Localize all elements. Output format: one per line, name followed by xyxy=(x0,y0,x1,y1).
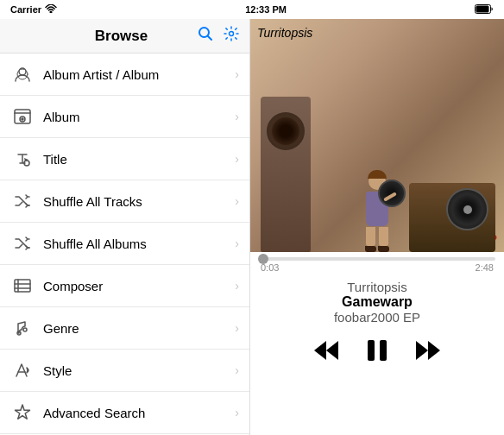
svg-point-5 xyxy=(230,32,234,36)
track-title: Gamewarp xyxy=(334,294,420,310)
style-icon xyxy=(10,358,35,382)
svg-rect-13 xyxy=(15,280,30,292)
menu-item-shuffle-tracks[interactable]: Shuffle All Tracks › xyxy=(0,180,249,223)
composer-label: Composer xyxy=(43,279,235,293)
composer-icon xyxy=(10,274,35,298)
progress-section: 0:03 2:48 xyxy=(250,252,504,274)
time-total: 2:48 xyxy=(476,262,494,273)
album-artist-icon xyxy=(10,62,35,86)
menu-item-title[interactable]: Title › xyxy=(0,138,249,180)
chevron-icon-1: › xyxy=(235,110,239,123)
time-row: 0:03 2:48 xyxy=(259,262,495,273)
main-content: Browse xyxy=(0,19,504,435)
rewind-button[interactable] xyxy=(312,339,340,362)
svg-line-4 xyxy=(208,36,211,40)
search-icon[interactable] xyxy=(198,26,213,46)
chevron-icon-2: › xyxy=(235,152,239,166)
menu-item-style[interactable]: Style › xyxy=(0,350,249,392)
advanced-search-label: Advanced Search xyxy=(43,406,235,420)
title-icon xyxy=(10,147,35,171)
track-album: foobar2000 EP xyxy=(334,310,420,325)
track-artist: Turritopsis xyxy=(334,280,420,294)
svg-marker-22 xyxy=(326,341,338,360)
browse-title: Browse xyxy=(45,28,198,45)
svg-marker-26 xyxy=(428,341,440,360)
album-icon xyxy=(10,104,35,129)
settings-icon[interactable] xyxy=(224,26,239,46)
wifi-icon xyxy=(45,4,57,15)
play-pause-button[interactable] xyxy=(366,338,388,362)
svg-point-0 xyxy=(50,11,52,13)
title-label: Title xyxy=(43,152,235,167)
album-art: Turritopsis foobar2000 EP xyxy=(250,19,504,252)
svg-point-18 xyxy=(23,328,27,331)
menu-item-shuffle-albums[interactable]: Shuffle All Albums › xyxy=(0,223,249,265)
battery-icon xyxy=(475,4,494,16)
svg-rect-24 xyxy=(380,340,387,361)
progress-thumb[interactable] xyxy=(258,254,268,264)
menu-list: Album Artist / Album › Album › xyxy=(0,54,249,435)
browse-header: Browse xyxy=(0,19,249,54)
player-controls xyxy=(295,330,459,376)
status-left: Carrier xyxy=(10,4,57,15)
left-panel: Browse xyxy=(0,19,250,435)
style-label: Style xyxy=(43,363,235,378)
chevron-icon-3: › xyxy=(235,194,239,208)
advanced-search-icon xyxy=(10,400,35,425)
album-artist-label: Album Artist / Album xyxy=(43,67,235,82)
chevron-icon-5: › xyxy=(235,279,239,293)
chevron-icon-4: › xyxy=(235,236,239,250)
track-info: Turritopsis Gamewarp foobar2000 EP xyxy=(325,274,429,330)
menu-item-album[interactable]: Album › xyxy=(0,96,249,138)
progress-bar[interactable] xyxy=(259,257,495,261)
svg-rect-23 xyxy=(368,340,375,361)
shuffle-tracks-label: Shuffle All Tracks xyxy=(43,194,235,209)
carrier-label: Carrier xyxy=(10,4,41,15)
genre-label: Genre xyxy=(43,321,235,336)
shuffle-albums-icon xyxy=(10,231,35,255)
status-right xyxy=(475,4,494,16)
chevron-icon-7: › xyxy=(235,363,239,377)
menu-item-album-artist[interactable]: Album Artist / Album › xyxy=(0,54,249,96)
album-art-title: Turritopsis xyxy=(257,26,497,40)
status-bar: Carrier 12:33 PM xyxy=(0,0,504,19)
svg-point-11 xyxy=(22,118,23,120)
genre-icon xyxy=(10,316,35,340)
svg-marker-25 xyxy=(416,341,428,360)
album-label: Album xyxy=(43,110,235,124)
chevron-icon-6: › xyxy=(235,321,239,335)
chevron-icon-8: › xyxy=(235,406,239,419)
chevron-icon-0: › xyxy=(235,67,239,81)
svg-rect-2 xyxy=(476,5,489,12)
browse-header-icons xyxy=(198,26,239,46)
menu-item-genre[interactable]: Genre › xyxy=(0,307,249,350)
shuffle-tracks-icon xyxy=(10,189,35,213)
forward-button[interactable] xyxy=(414,339,442,362)
svg-point-7 xyxy=(17,69,28,79)
status-time: 12:33 PM xyxy=(245,4,287,15)
menu-item-advanced-search[interactable]: Advanced Search › xyxy=(0,392,249,434)
shuffle-albums-label: Shuffle All Albums xyxy=(43,236,235,251)
svg-marker-21 xyxy=(314,341,326,360)
right-panel: Turritopsis foobar2000 EP 0:03 2:48 Turr… xyxy=(250,19,504,435)
menu-item-composer[interactable]: Composer › xyxy=(0,265,249,307)
